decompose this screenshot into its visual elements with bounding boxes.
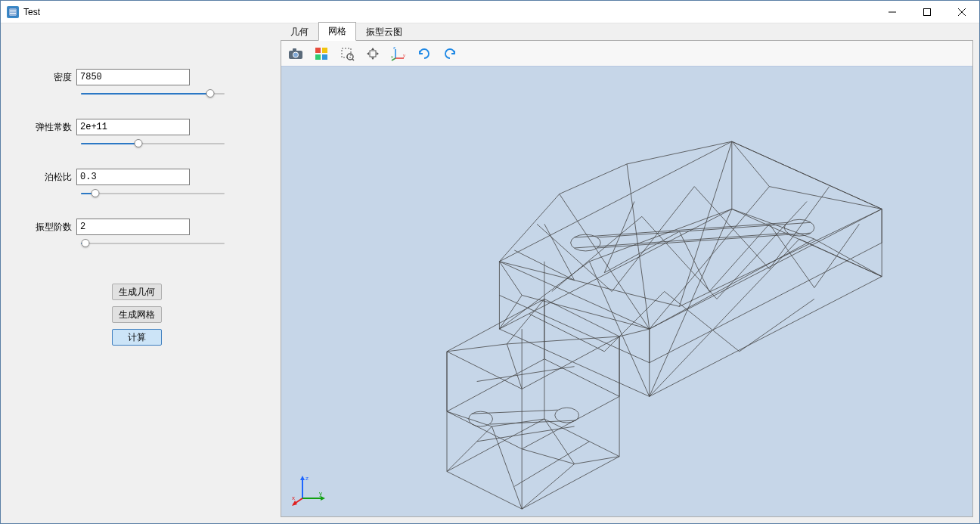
tab-mode-contour[interactable]: 振型云图 <box>356 23 412 41</box>
mode-order-input[interactable] <box>76 219 190 235</box>
pan-icon[interactable] <box>363 44 383 64</box>
elastic-constant-label: 弹性常数 <box>23 121 76 134</box>
svg-text:x: x <box>391 54 393 59</box>
mesh-viewport[interactable]: z y x <box>281 67 972 516</box>
window-title: Test <box>23 7 40 17</box>
mode-order-slider[interactable] <box>23 238 258 253</box>
tab-geometry[interactable]: 几何 <box>281 23 318 41</box>
svg-rect-7 <box>315 54 321 60</box>
svg-rect-1 <box>924 8 931 15</box>
svg-text:z: z <box>305 475 309 482</box>
parameters-panel: 密度 弹性常数 泊松比 振型阶数 <box>1 23 281 523</box>
compute-button[interactable]: 计算 <box>112 329 162 346</box>
svg-rect-6 <box>322 48 327 53</box>
svg-text:y: y <box>403 53 405 57</box>
titlebar: Test <box>1 1 979 23</box>
svg-text:x: x <box>292 495 295 501</box>
view-panel: 几何 网格 振型云图 <box>281 23 979 523</box>
tab-mesh[interactable]: 网格 <box>318 22 356 41</box>
svg-rect-3 <box>293 48 296 51</box>
close-button[interactable] <box>944 1 979 23</box>
poisson-ratio-slider[interactable] <box>23 188 258 203</box>
rotate-cw-icon[interactable] <box>414 44 434 64</box>
viewport-toolbar: zyx <box>281 41 972 67</box>
rotate-ccw-icon[interactable] <box>440 44 460 64</box>
svg-rect-9 <box>342 48 351 57</box>
palette-icon[interactable] <box>312 44 331 64</box>
generate-geometry-button[interactable]: 生成几何 <box>112 284 162 300</box>
svg-text:z: z <box>393 46 395 50</box>
axis-gizmo: z y x <box>292 473 325 506</box>
zoom-box-icon[interactable] <box>337 44 357 64</box>
poisson-ratio-input[interactable] <box>76 169 190 185</box>
svg-rect-12 <box>370 51 376 57</box>
density-label: 密度 <box>23 71 76 84</box>
camera-icon[interactable] <box>286 44 305 64</box>
svg-line-11 <box>352 59 354 60</box>
elastic-constant-slider[interactable] <box>23 138 258 153</box>
density-slider[interactable] <box>23 88 258 104</box>
svg-text:y: y <box>319 490 322 497</box>
svg-marker-28 <box>292 501 297 506</box>
view-frame: zyx <box>281 40 973 517</box>
density-input[interactable] <box>76 69 190 85</box>
generate-mesh-button[interactable]: 生成网格 <box>112 306 162 323</box>
app-window: Test 密度 弹性常数 <box>0 0 980 524</box>
svg-rect-5 <box>315 48 321 53</box>
svg-marker-24 <box>300 476 305 480</box>
xyz-axes-icon[interactable]: zyx <box>389 44 408 64</box>
svg-rect-8 <box>322 54 327 60</box>
wireframe-mesh <box>281 67 972 516</box>
svg-point-10 <box>347 54 353 60</box>
poisson-ratio-label: 泊松比 <box>23 171 76 184</box>
elastic-constant-input[interactable] <box>76 119 190 135</box>
tab-bar: 几何 网格 振型云图 <box>281 23 973 40</box>
minimize-button[interactable] <box>875 1 910 23</box>
svg-point-4 <box>293 52 299 57</box>
app-icon <box>7 6 19 18</box>
maximize-button[interactable] <box>910 1 944 23</box>
mode-order-label: 振型阶数 <box>23 221 76 234</box>
